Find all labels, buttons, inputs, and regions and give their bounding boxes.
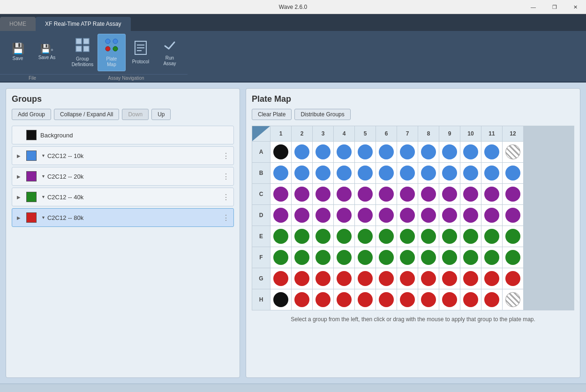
well-C9[interactable] [439, 184, 460, 204]
distribute-groups-button[interactable]: Distribute Groups [294, 109, 350, 120]
group-item-40k[interactable]: ▶ ▼ C2C12 -- 40k ⋮ [12, 188, 234, 206]
well-G9[interactable] [439, 268, 460, 289]
well-H1[interactable] [270, 289, 291, 310]
well-H5[interactable] [355, 289, 376, 310]
group-item-80k[interactable]: ▶ ▼ C2C12 -- 80k ⋮ [12, 208, 234, 227]
group-item-background[interactable]: Background [12, 126, 234, 144]
dropdown-arrow-40k[interactable]: ▼ [41, 195, 45, 199]
well-F1[interactable] [270, 247, 291, 268]
well-B2[interactable] [292, 163, 312, 183]
well-H11[interactable] [481, 289, 502, 310]
well-A2[interactable] [292, 142, 312, 162]
well-C4[interactable] [334, 184, 354, 204]
well-H3[interactable] [313, 289, 333, 310]
up-button[interactable]: Up [151, 109, 171, 120]
well-F9[interactable] [439, 247, 460, 268]
expand-icon-10k[interactable]: ▶ [17, 153, 24, 158]
well-E12[interactable] [503, 226, 523, 247]
dropdown-arrow-10k[interactable]: ▼ [41, 153, 45, 158]
well-D1[interactable] [270, 205, 291, 226]
well-H7[interactable] [397, 289, 418, 310]
well-E7[interactable] [397, 226, 418, 247]
well-C2[interactable] [292, 184, 312, 204]
tab-xf-assay[interactable]: XF Real-Time ATP Rate Assay [36, 17, 131, 31]
run-assay-button[interactable]: RunAssay [156, 34, 184, 71]
well-E2[interactable] [292, 226, 312, 247]
well-B5[interactable] [355, 163, 376, 183]
well-G2[interactable] [292, 268, 312, 289]
well-F7[interactable] [397, 247, 418, 268]
well-A9[interactable] [439, 142, 460, 162]
context-menu-80k[interactable]: ⋮ [222, 213, 230, 222]
well-D3[interactable] [313, 205, 333, 226]
well-B4[interactable] [334, 163, 354, 183]
well-F4[interactable] [334, 247, 354, 268]
well-A3[interactable] [313, 142, 333, 162]
expand-icon-80k[interactable]: ▶ [17, 215, 24, 220]
well-A4[interactable] [334, 142, 354, 162]
well-B6[interactable] [376, 163, 397, 183]
well-D6[interactable] [376, 205, 397, 226]
well-G10[interactable] [460, 268, 481, 289]
well-D7[interactable] [397, 205, 418, 226]
well-E3[interactable] [313, 226, 333, 247]
well-B11[interactable] [481, 163, 502, 183]
well-F12[interactable] [503, 247, 523, 268]
well-A12[interactable] [503, 142, 523, 162]
well-C10[interactable] [460, 184, 481, 204]
well-G5[interactable] [355, 268, 376, 289]
well-C7[interactable] [397, 184, 418, 204]
well-E1[interactable] [270, 226, 291, 247]
well-C12[interactable] [503, 184, 523, 204]
well-G1[interactable] [270, 268, 291, 289]
well-F11[interactable] [481, 247, 502, 268]
well-B8[interactable] [418, 163, 439, 183]
well-H6[interactable] [376, 289, 397, 310]
well-E9[interactable] [439, 226, 460, 247]
well-D4[interactable] [334, 205, 354, 226]
well-G6[interactable] [376, 268, 397, 289]
tab-home[interactable]: HOME [0, 17, 36, 31]
save-button[interactable]: 💾 Save [4, 34, 32, 71]
well-C6[interactable] [376, 184, 397, 204]
well-B3[interactable] [313, 163, 333, 183]
well-E10[interactable] [460, 226, 481, 247]
well-C8[interactable] [418, 184, 439, 204]
well-E6[interactable] [376, 226, 397, 247]
well-E8[interactable] [418, 226, 439, 247]
well-H4[interactable] [334, 289, 354, 310]
well-B10[interactable] [460, 163, 481, 183]
well-H2[interactable] [292, 289, 312, 310]
well-G8[interactable] [418, 268, 439, 289]
well-F6[interactable] [376, 247, 397, 268]
well-F8[interactable] [418, 247, 439, 268]
well-G12[interactable] [503, 268, 523, 289]
well-A6[interactable] [376, 142, 397, 162]
well-F2[interactable] [292, 247, 312, 268]
well-D11[interactable] [481, 205, 502, 226]
well-F10[interactable] [460, 247, 481, 268]
well-D9[interactable] [439, 205, 460, 226]
well-B1[interactable] [270, 163, 291, 183]
collapse-expand-button[interactable]: Collapse / Expand All [54, 109, 119, 120]
add-group-button[interactable]: Add Group [12, 109, 51, 120]
well-A1[interactable] [270, 142, 291, 162]
well-D12[interactable] [503, 205, 523, 226]
well-A11[interactable] [481, 142, 502, 162]
well-C1[interactable] [270, 184, 291, 204]
well-D8[interactable] [418, 205, 439, 226]
restore-button[interactable]: ❐ [544, 0, 565, 14]
close-button[interactable]: ✕ [565, 0, 586, 14]
well-B9[interactable] [439, 163, 460, 183]
well-H9[interactable] [439, 289, 460, 310]
well-G7[interactable] [397, 268, 418, 289]
well-E5[interactable] [355, 226, 376, 247]
group-item-10k[interactable]: ▶ ▼ C2C12 -- 10k ⋮ [12, 146, 234, 165]
well-D2[interactable] [292, 205, 312, 226]
well-G4[interactable] [334, 268, 354, 289]
well-B12[interactable] [503, 163, 523, 183]
well-A8[interactable] [418, 142, 439, 162]
well-B7[interactable] [397, 163, 418, 183]
protocol-button[interactable]: Protocol [127, 34, 155, 71]
dropdown-arrow-80k[interactable]: ▼ [41, 215, 45, 220]
